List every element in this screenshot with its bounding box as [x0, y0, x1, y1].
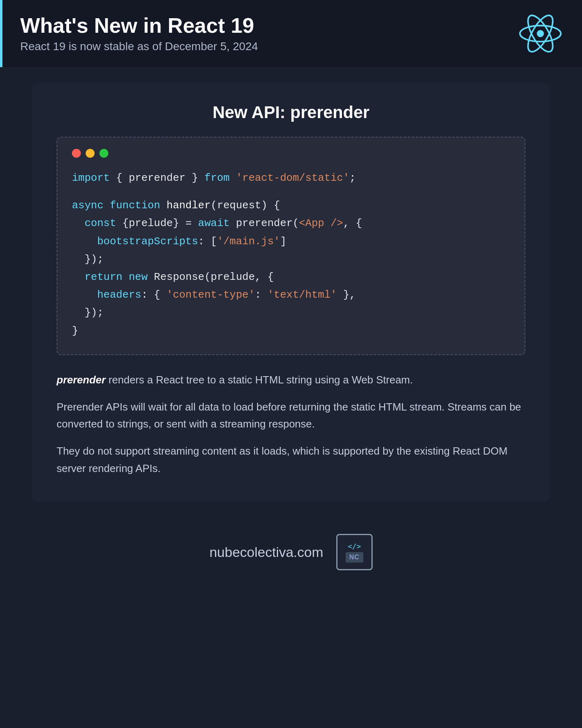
traffic-lights: [72, 149, 510, 158]
dot-green: [99, 149, 108, 158]
dot-yellow: [86, 149, 95, 158]
dot-red: [72, 149, 81, 158]
page-title: What's New in React 19: [20, 14, 258, 37]
prerender-bold: prerender: [57, 374, 105, 386]
code-line-1: import { prerender } from 'react-dom/sta…: [72, 169, 510, 187]
description-1-rest: renders a React tree to a static HTML st…: [105, 374, 413, 386]
code-line-3: const {prelude} = await prerender(<App /…: [72, 214, 510, 232]
footer-domain: nubecolectiva.com: [209, 544, 323, 560]
code-line-6: return new Response(prelude, {: [72, 268, 510, 286]
code-blank-1: [72, 187, 510, 197]
description-2: Prerender APIs will wait for all data to…: [57, 398, 525, 433]
nc-logo-code-icon: </>: [348, 542, 361, 550]
nc-logo-badge: NC: [346, 552, 363, 563]
code-line-4: bootstrapScripts: ['/main.js']: [72, 233, 510, 250]
code-line-2: async function handler(request) {: [72, 197, 510, 214]
main-content: New API: prerender import { prerender } …: [32, 83, 550, 502]
nc-logo: </> NC: [336, 534, 373, 570]
code-line-8: });: [72, 304, 510, 322]
code-line-9: }: [72, 322, 510, 340]
header-text: What's New in React 19 React 19 is now s…: [20, 14, 258, 53]
svg-point-0: [537, 30, 544, 37]
code-block: import { prerender } from 'react-dom/sta…: [72, 169, 510, 340]
description-1: prerender renders a React tree to a stat…: [57, 371, 525, 389]
code-line-5: });: [72, 250, 510, 268]
code-line-7: headers: { 'content-type': 'text/html' }…: [72, 286, 510, 304]
page-footer: nubecolectiva.com </> NC: [0, 518, 582, 595]
section-title: New API: prerender: [57, 103, 525, 122]
description-3: They do not support streaming content as…: [57, 442, 525, 477]
code-container: import { prerender } from 'react-dom/sta…: [57, 137, 525, 355]
page-subtitle: React 19 is now stable as of December 5,…: [20, 40, 258, 53]
page-header: What's New in React 19 React 19 is now s…: [0, 0, 582, 67]
react-logo: [518, 11, 563, 56]
